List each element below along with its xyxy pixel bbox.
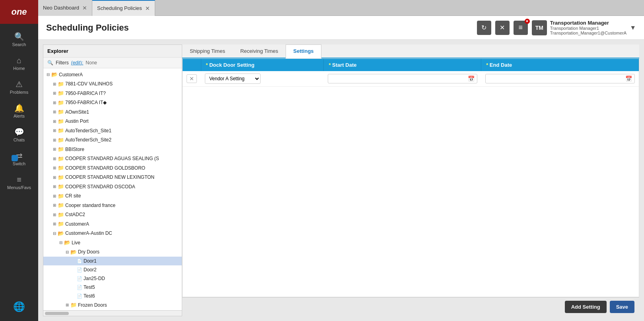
sidebar-item-user-profile[interactable]: 🌐 (0, 296, 38, 317)
folder-icon-austin-port: 📁 (58, 118, 64, 126)
tree-item-7950-2[interactable]: ⊞📁7950-FABRICA IT◆ (43, 98, 182, 108)
user-name: Transportation Manager (550, 20, 626, 26)
tree-item-cooper-france[interactable]: ⊞📁Cooper standard france (43, 201, 182, 210)
tree-expand-7950-1[interactable]: ⊞ (51, 90, 58, 97)
tree-horizontal-scrollbar[interactable] (43, 310, 182, 316)
filter-icon: 🔍 (47, 60, 53, 66)
filter-label: Filters (56, 60, 69, 66)
dock-door-setting-select[interactable]: Vendor A SettingVendor B SettingDefault … (205, 73, 261, 84)
sidebar-item-home[interactable]: ⌂ Home (0, 52, 38, 75)
tree-item-7881[interactable]: ⊞📁7881-CDV VALINHOS (43, 79, 182, 89)
start-date-input[interactable] (331, 76, 466, 81)
tab-scheduling-policies[interactable]: Scheduling Policies ✕ (92, 0, 155, 16)
tree-item-austin-port[interactable]: ⊞📁Austin Port (43, 117, 182, 126)
tab-settings[interactable]: Settings (286, 44, 321, 58)
tree-scroll-thumb[interactable] (45, 312, 69, 315)
start-date-calendar-icon[interactable]: 📅 (468, 75, 475, 82)
end-date-input[interactable] (488, 76, 624, 81)
tree-expand-7881[interactable]: ⊞ (51, 81, 58, 87)
user-globe-icon: 🌐 (13, 301, 25, 312)
tree-item-7950-1[interactable]: ⊞📁7950-FABRICA IT? (43, 89, 182, 98)
avatar: TM (532, 20, 547, 35)
sidebar-item-menus-favs[interactable]: ≡ Menus/Favs (0, 171, 38, 195)
folder-icon-cooper-lexington: 📁 (58, 174, 64, 182)
tree-item-door2[interactable]: 📄Door2 (43, 265, 182, 274)
tree-expand-bbistore[interactable]: ⊞ (51, 146, 58, 153)
sidebar-item-problems[interactable]: ⚠ Problems (0, 75, 38, 99)
tree-expand-autotender-1[interactable]: ⊞ (51, 128, 58, 134)
folder-icon-cooper-oscoda: 📁 (58, 183, 64, 191)
folder-icon-cstadc2: 📁 (58, 211, 64, 219)
tree-item-cooper-oscoda[interactable]: ⊞📁COOPER STANDARD OSCODA (43, 182, 182, 191)
tree-expand-frozen-doors[interactable]: ⊞ (64, 302, 70, 308)
tree-expand-cooper-france[interactable]: ⊞ (51, 202, 58, 209)
close-button[interactable]: ✕ (495, 21, 510, 35)
tree-item-dry-doors[interactable]: ⊟📂Dry Doors (43, 248, 182, 257)
tree-expand-cooper-goldsboro[interactable]: ⊞ (51, 165, 58, 171)
col-start-date: * Start Date (324, 59, 481, 71)
tab-shipping-times[interactable]: Shipping Times (182, 44, 233, 58)
save-button[interactable]: Save (610, 301, 634, 313)
tree-label-autotender-1: AutoTenderSch_Site1 (65, 127, 111, 134)
tree-expand-customer-a2[interactable]: ⊞ (51, 221, 58, 227)
tree-expand-cooper-aguas[interactable]: ⊞ (51, 155, 58, 162)
tree-item-autotender-2[interactable]: ⊞📁AutoTenderSch_Site2 (43, 135, 182, 145)
tree-item-cooper-lexington[interactable]: ⊞📁COOPER STANDARD NEW LEXINGTON (43, 173, 182, 182)
tree-item-customer-a2[interactable]: ⊞📁CustomerA (43, 219, 182, 229)
page-title: Scheduling Policies (46, 23, 129, 33)
tree-expand-cooper-lexington[interactable]: ⊞ (51, 174, 58, 180)
tree-item-bbistore[interactable]: ⊞📁BBIStore (43, 145, 182, 154)
tab-neo-dashboard-close[interactable]: ✕ (82, 5, 87, 11)
tree-item-cr-site[interactable]: ⊞📁CR site (43, 191, 182, 201)
user-info: Transportation Manager Transportation Ma… (550, 20, 626, 35)
tree-label-austin-port: Austin Port (65, 118, 89, 125)
tree-expand-7950-2[interactable]: ⊞ (51, 99, 58, 106)
refresh-button[interactable]: ↻ (477, 21, 491, 35)
tree-expand-cstadc2[interactable]: ⊞ (51, 211, 58, 218)
tree-item-autotender-1[interactable]: ⊞📁AutoTenderSch_Site1 (43, 126, 182, 135)
tree-item-cooper-aguas[interactable]: ⊞📁COOPER STANDARD AGUAS SEALING (S (43, 154, 182, 164)
tree-item-jan25-dd[interactable]: 📄Jan25-DD (43, 274, 182, 283)
end-date-calendar-icon[interactable]: 📅 (625, 75, 632, 82)
main-area: Neo Dashboard ✕ Scheduling Policies ✕ Sc… (38, 0, 644, 321)
tree-expand-cr-site[interactable]: ⊞ (51, 193, 58, 199)
explorer-panel: Explorer 🔍 Filters (edit): None ⊟📂Custom… (43, 44, 182, 316)
tree-expand-autotender-2[interactable]: ⊞ (51, 137, 58, 143)
user-dropdown-icon[interactable]: ▼ (630, 24, 636, 31)
home-icon: ⌂ (17, 56, 21, 64)
page-header: Scheduling Policies ↻ ✕ ≡ ★ TM Transport… (38, 16, 644, 40)
tree-expand-customerA[interactable]: ⊟ (45, 72, 51, 78)
folder-icon-autotender-1: 📁 (58, 127, 64, 135)
sidebar-item-switch[interactable]: ⇄ Switch (0, 147, 38, 171)
tree-label-bbistore: BBIStore (65, 146, 84, 153)
required-marker-dock: * (206, 62, 210, 68)
sidebar-item-chats[interactable]: 💬 Chats (0, 123, 38, 147)
tree-item-customera-austin[interactable]: ⊟📂CustomerA-Austin DC (43, 229, 182, 238)
tree-item-test6[interactable]: 📄Test6 (43, 292, 182, 300)
tree-expand-dry-doors[interactable]: ⊟ (64, 249, 70, 255)
row-delete-button[interactable]: ✕ (187, 74, 197, 83)
sidebar-item-alerts[interactable]: 🔔 Alerts (0, 99, 38, 123)
tree-item-customerA[interactable]: ⊟📂CustomerA (43, 70, 182, 79)
app-logo[interactable]: one (0, 0, 38, 24)
tree-expand-aownsite1[interactable]: ⊞ (51, 109, 58, 115)
tree-expand-cooper-oscoda[interactable]: ⊞ (51, 184, 58, 190)
tree-expand-austin-port[interactable]: ⊞ (51, 118, 58, 124)
tab-scheduling-policies-close[interactable]: ✕ (145, 6, 150, 11)
tree-item-cstadc2[interactable]: ⊞📁CstADC2 (43, 210, 182, 220)
tree-expand-live[interactable]: ⊟ (58, 240, 64, 246)
tree-item-test5[interactable]: 📄Test5 (43, 283, 182, 292)
tree-item-door1[interactable]: 📄Door1 (43, 257, 182, 265)
tree-item-cooper-goldsboro[interactable]: ⊞📁COOPER STANDARD GOLDSBORO (43, 163, 182, 173)
tree-item-aownsite1[interactable]: ⊞📁AOwnSite1 (43, 107, 182, 117)
tab-receiving-times[interactable]: Receiving Times (233, 44, 286, 58)
tree-label-door2: Door2 (84, 266, 97, 273)
sidebar-item-search[interactable]: 🔍 Search (0, 28, 38, 52)
tree-item-frozen-doors[interactable]: ⊞📁Frozen Doors (43, 300, 182, 310)
tab-neo-dashboard[interactable]: Neo Dashboard ✕ (38, 0, 92, 16)
filter-edit-link[interactable]: (edit): (71, 60, 84, 66)
add-setting-button[interactable]: Add Setting (565, 301, 607, 313)
sidebar-problems-label: Problems (10, 90, 28, 95)
tree-expand-customera-austin[interactable]: ⊟ (51, 230, 58, 236)
tree-item-live[interactable]: ⊟📂Live (43, 238, 182, 248)
